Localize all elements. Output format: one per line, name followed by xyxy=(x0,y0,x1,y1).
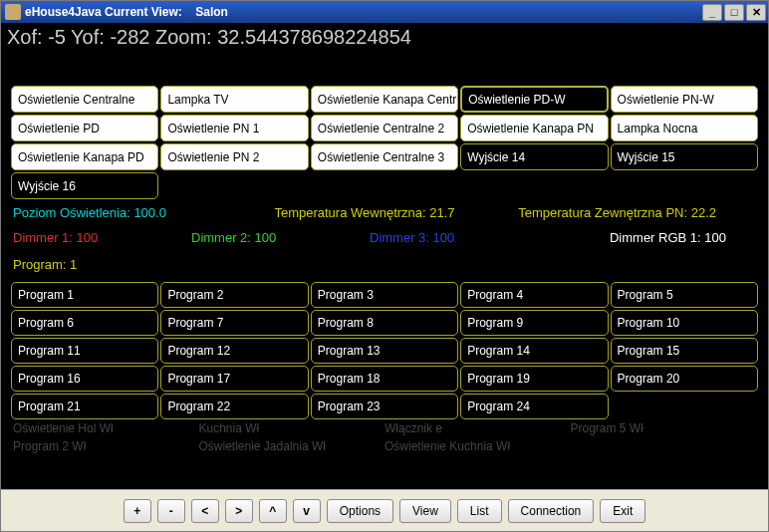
outputs-grid: Oświetlenie CentralneLampka TVOświetleni… xyxy=(1,82,768,199)
ghost-row-1: Oświetlenie Hol Wł Kuchnia Wł Włącznik e… xyxy=(1,419,768,437)
program-button[interactable]: Program 17 xyxy=(160,366,308,392)
app-icon xyxy=(5,4,21,20)
program-button[interactable]: Program 11 xyxy=(11,338,158,364)
program-button[interactable]: Program 7 xyxy=(160,310,308,336)
dimmer-rgb: Dimmer RGB 1: 100 xyxy=(548,230,756,245)
output-button[interactable]: Oświetlenie PD-W xyxy=(460,86,608,113)
program-button[interactable]: Program 2 xyxy=(160,282,308,308)
toolbar: + - < > ^ v Options View List Connection… xyxy=(1,489,768,531)
program-button[interactable]: Program 14 xyxy=(460,338,608,364)
close-button[interactable]: ✕ xyxy=(746,4,766,21)
ghost-text: Oświetlenie Hol Wł xyxy=(13,421,199,435)
ghost-text: Włącznik e xyxy=(384,421,571,435)
output-button[interactable]: Oświetlenie Kanapa PD xyxy=(11,143,158,170)
temp-internal: Temperatura Wewnętrzna: 21.7 xyxy=(247,205,481,220)
program-button[interactable]: Program 6 xyxy=(11,310,158,336)
ghost-text xyxy=(571,439,757,453)
room-name: Salon xyxy=(195,5,228,19)
temp-external: Temperatura Zewnętrzna PN: 22.2 xyxy=(482,205,756,220)
connection-button[interactable]: Connection xyxy=(508,499,595,523)
output-button[interactable]: Oświetlenie PN 1 xyxy=(160,115,308,141)
app-name: eHouse4Java Current View: xyxy=(25,5,182,19)
program-button[interactable]: Program 8 xyxy=(311,310,458,336)
program-button[interactable]: Program 20 xyxy=(611,366,758,392)
zoom-in-button[interactable]: + xyxy=(124,499,151,523)
output-button[interactable]: Oświetlenie Centralne 2 xyxy=(311,115,458,141)
output-button[interactable]: Oświetlenie Centralne xyxy=(11,86,158,113)
maximize-button[interactable]: □ xyxy=(724,4,744,21)
program-button[interactable]: Program 3 xyxy=(311,282,458,308)
output-button[interactable]: Wyjście 14 xyxy=(460,143,608,170)
program-button[interactable]: Program 12 xyxy=(160,338,308,364)
program-button[interactable]: Program 15 xyxy=(611,338,758,364)
status-row: Poziom Oświetlenia: 100.0 Temperatura We… xyxy=(1,199,768,226)
program-label: Program: 1 xyxy=(1,249,768,278)
program-button[interactable]: Program 16 xyxy=(11,366,158,392)
window-title: eHouse4Java Current View: Salon xyxy=(25,5,702,19)
output-button[interactable]: Lampka Nocna xyxy=(611,115,758,141)
dimmer-1: Dimmer 1: 100 xyxy=(13,230,191,245)
dimmer-2: Dimmer 2: 100 xyxy=(191,230,370,245)
nav-up-button[interactable]: ^ xyxy=(259,499,287,523)
ghost-text: Program 2 Wł xyxy=(13,439,199,453)
nav-down-button[interactable]: v xyxy=(293,499,321,523)
program-button[interactable]: Program 13 xyxy=(311,338,458,364)
dimmer-3: Dimmer 3: 100 xyxy=(370,230,548,245)
program-button[interactable]: Program 1 xyxy=(11,282,158,308)
program-button[interactable]: Program 24 xyxy=(460,394,608,419)
options-button[interactable]: Options xyxy=(327,499,393,523)
coordinates-display: Xof: -5 Yof: -282 Zoom: 32.5443786982248… xyxy=(1,23,768,52)
output-button[interactable]: Oświetlenie PD xyxy=(11,115,158,141)
program-button[interactable]: Program 22 xyxy=(160,394,308,419)
list-button[interactable]: List xyxy=(457,499,502,523)
program-button[interactable]: Program 5 xyxy=(611,282,758,308)
output-button[interactable]: Oświetlenie Kanapa Centr xyxy=(311,86,458,113)
content-area: Xof: -5 Yof: -282 Zoom: 32.5443786982248… xyxy=(1,23,768,489)
program-button[interactable]: Program 23 xyxy=(311,394,458,419)
ghost-text: Kuchnia Wł xyxy=(199,421,385,435)
program-button[interactable]: Program 19 xyxy=(460,366,608,392)
program-button[interactable]: Program 18 xyxy=(311,366,458,392)
app-window: eHouse4Java Current View: Salon _ □ ✕ Xo… xyxy=(0,0,769,532)
output-button[interactable]: Wyjście 16 xyxy=(11,172,158,199)
output-button[interactable]: Oświetlenie PN 2 xyxy=(160,143,308,170)
view-button[interactable]: View xyxy=(399,499,451,523)
program-button[interactable]: Program 4 xyxy=(460,282,608,308)
minimize-button[interactable]: _ xyxy=(702,4,722,21)
ghost-row-2: Program 2 Wł Oświetlenie Jadalnia Wł Ośw… xyxy=(1,437,768,455)
ghost-text: Oświetlenie Jadalnia Wł xyxy=(199,439,385,453)
output-button[interactable]: Lampka TV xyxy=(160,86,308,113)
exit-button[interactable]: Exit xyxy=(600,499,645,523)
ghost-text: Oświetlenie Kuchnia Wł xyxy=(384,439,571,453)
ghost-text: Program 5 Wł xyxy=(571,421,757,435)
output-button[interactable]: Wyjście 15 xyxy=(611,143,758,170)
programs-grid: Program 1Program 2Program 3Program 4Prog… xyxy=(1,278,768,419)
program-button[interactable]: Program 10 xyxy=(611,310,758,336)
output-button[interactable]: Oświetlenie Kanapa PN xyxy=(460,115,608,141)
zoom-out-button[interactable]: - xyxy=(157,499,185,523)
program-button[interactable]: Program 9 xyxy=(460,310,608,336)
dimmer-row: Dimmer 1: 100 Dimmer 2: 100 Dimmer 3: 10… xyxy=(1,226,768,249)
output-button[interactable]: Oświetlenie PN-W xyxy=(611,86,758,113)
program-button[interactable]: Program 21 xyxy=(11,394,158,419)
titlebar: eHouse4Java Current View: Salon _ □ ✕ xyxy=(1,1,768,23)
nav-right-button[interactable]: > xyxy=(225,499,253,523)
light-level: Poziom Oświetlenia: 100.0 xyxy=(13,205,247,220)
output-button[interactable]: Oświetlenie Centralne 3 xyxy=(311,143,458,170)
window-controls: _ □ ✕ xyxy=(702,4,766,21)
nav-left-button[interactable]: < xyxy=(191,499,219,523)
